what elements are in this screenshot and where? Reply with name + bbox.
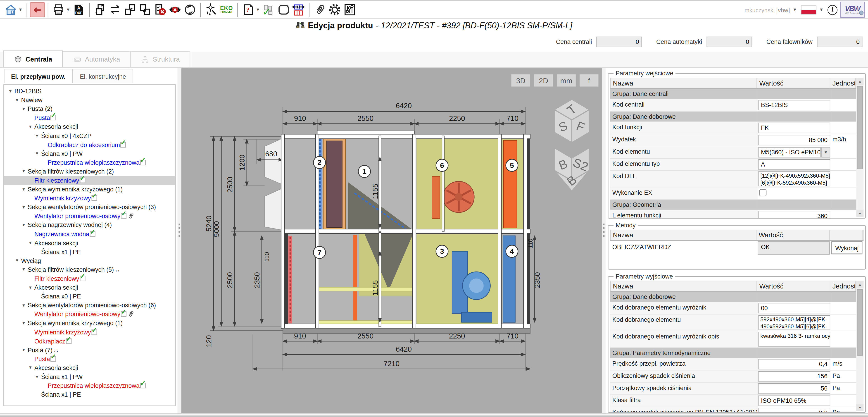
units-mm-button[interactable]: mm	[557, 75, 576, 87]
tree-item[interactable]: Ściana x1 | PE	[4, 247, 175, 256]
tree-item[interactable]: Filtr kieszeniowy✓	[4, 176, 175, 185]
tree-item[interactable]: Odkraplacz✓	[4, 336, 175, 345]
right-splitter[interactable]	[602, 68, 606, 413]
param-value-field[interactable]: 56	[758, 383, 830, 394]
param-checkbox[interactable]	[759, 189, 767, 197]
price-centrali-field[interactable]: 0	[596, 36, 642, 47]
tree-item[interactable]: Pusta✓	[4, 354, 175, 363]
tree-item[interactable]: ▼Pusta (2)	[4, 104, 175, 113]
tree-item[interactable]: ▼Ściana x0 | 4xCZP	[4, 131, 175, 140]
tree-item[interactable]: Wentylator promieniowo-osiowy✓	[4, 212, 175, 220]
user-menu[interactable]: mkuczynski [vbw]	[744, 6, 790, 13]
param-value-field[interactable]: 450	[758, 408, 830, 413]
tree-item[interactable]: Przepustnica wielopłaszczyznowa✓	[4, 381, 175, 390]
param-value-field[interactable]: [12]@[FK-490x592x360-M5][6]@[FK-592x490x…	[758, 172, 830, 186]
tree-item[interactable]: Wentylator promieniowo-osiowy✓	[4, 310, 175, 319]
tree-item[interactable]: Odkraplacz do akcesorium✓	[4, 140, 175, 149]
tree-item[interactable]: Wymiennik krzyżowy✓	[4, 194, 175, 203]
dropdown-caret-icon[interactable]: ▼	[822, 147, 830, 158]
tree-expand-caret-icon[interactable]: ▼	[28, 124, 34, 129]
tree-expand-caret-icon[interactable]: ▼	[28, 365, 34, 370]
tree-item[interactable]: ▼Ściana x0 | PW	[4, 149, 175, 158]
tree-expand-caret-icon[interactable]: ▼	[22, 222, 28, 228]
swap-sections-icon[interactable]	[107, 2, 122, 17]
tree-expand-caret-icon[interactable]: ▼	[22, 187, 28, 191]
param-value-field[interactable]: BS-12BIS	[758, 100, 830, 111]
output-table-scrollbar[interactable]: ▲ ▼	[856, 281, 864, 411]
tab-el-konstrukcyjne[interactable]: El. konstrukcyjne	[73, 69, 133, 83]
param-value-field[interactable]: 156	[758, 371, 830, 382]
tab-automatyka[interactable]: Automatyka	[63, 51, 130, 67]
param-value-field[interactable]: 85 000	[758, 135, 830, 146]
tree-item[interactable]: ▼Pusta (7)↔	[4, 346, 175, 354]
drawing-canvas[interactable]: 3D 2D mm f T S F B S2 B	[181, 68, 602, 413]
tree-item[interactable]: ▼Akcesoria sekcji	[4, 122, 175, 131]
scroll-up-icon[interactable]: ▲	[856, 78, 864, 85]
settings-icon[interactable]	[327, 2, 342, 17]
tree-expand-caret-icon[interactable]: ▼	[22, 347, 28, 352]
tree-item[interactable]: ▼Wyciąg	[4, 256, 175, 265]
delete-sections-icon[interactable]	[152, 2, 167, 17]
grid-split-icon[interactable]	[291, 2, 306, 17]
report-icon[interactable]: ?	[241, 2, 256, 17]
tree-item[interactable]: Ściana x0 | PE	[4, 292, 175, 301]
input-table-scrollbar[interactable]: ▲ ▼	[856, 78, 864, 217]
tab-el-przeplywu[interactable]: El. przepływu pow.	[4, 69, 73, 83]
home-dropdown-caret[interactable]: ▼	[18, 7, 23, 12]
tree-item[interactable]: ▼BD-12BIS	[4, 86, 175, 95]
user-dropdown-caret[interactable]: ▼	[793, 7, 797, 12]
frame-icon[interactable]	[276, 2, 291, 17]
param-value-field[interactable]: FK	[758, 123, 830, 133]
left-splitter[interactable]	[178, 68, 181, 413]
scroll-down-icon[interactable]: ▼	[856, 210, 864, 217]
tree-expand-caret-icon[interactable]: ▼	[22, 267, 28, 272]
tree-item[interactable]: ▼Akcesoria sekcji	[4, 238, 175, 247]
price-automatyki-field[interactable]: 0	[707, 36, 752, 47]
tree-expand-caret-icon[interactable]: ▼	[22, 169, 28, 174]
language-flag-icon[interactable]	[801, 5, 816, 14]
validate-3d-icon[interactable]: ✓	[261, 2, 276, 17]
tree-item[interactable]: ▼Sekcja wentylatorów promieniowo-osiowyc…	[4, 301, 175, 309]
tree-expand-caret-icon[interactable]: ▼	[22, 321, 28, 326]
tree-item[interactable]: Przepustnica wielopłaszczyznowa✓	[4, 158, 175, 167]
fit-button[interactable]: f	[580, 75, 598, 87]
print-dropdown-caret[interactable]: ▼	[66, 7, 70, 12]
attachments-icon[interactable]	[312, 2, 327, 17]
tree-expand-caret-icon[interactable]: ▼	[22, 106, 28, 111]
tree-expand-caret-icon[interactable]: ▼	[22, 205, 28, 210]
view-3d-button[interactable]: 3D	[511, 75, 530, 87]
tree-item[interactable]: ▼Sekcja nagrzewnicy wodnej (4)	[4, 220, 175, 229]
tree-item[interactable]: ▼Sekcja wentylatorów promieniowo-osiowyc…	[4, 203, 175, 211]
param-value-field[interactable]: ISO ePM10 65%	[758, 395, 830, 406]
tab-centrala[interactable]: Centrala	[3, 51, 63, 67]
param-value-field[interactable]: A	[758, 159, 830, 170]
execute-button[interactable]: Wykonaj	[831, 241, 862, 254]
tree-item[interactable]: ▼Ściana x1 | PW	[4, 372, 175, 381]
tree-item[interactable]: Ściana x1 | PE	[4, 390, 175, 399]
param-value-field[interactable]: 592x490x360-M5][4]@[FK-490x592x360-M5][6…	[758, 315, 830, 330]
tree-item[interactable]: ▼Nawiew	[4, 95, 175, 104]
parameters-icon[interactable]	[342, 2, 357, 17]
report-dropdown-caret[interactable]: ▼	[256, 7, 260, 12]
tab-struktura[interactable]: Struktura	[130, 51, 190, 67]
tree-expand-caret-icon[interactable]: ▼	[35, 133, 41, 138]
info-icon[interactable]: i	[828, 5, 837, 15]
tree-expand-caret-icon[interactable]: ▼	[35, 374, 41, 379]
view-2d-button[interactable]: 2D	[534, 75, 553, 87]
scroll-up-icon[interactable]: ▲	[856, 281, 864, 288]
tree-item[interactable]: ▼Sekcja wymiennika krzyżowego (1)	[4, 319, 175, 327]
tree-item[interactable]: ▼Akcesoria sekcji	[4, 283, 175, 292]
home-icon[interactable]	[3, 2, 18, 17]
tree-item[interactable]: ▼Sekcja wymiennika krzyżowego (1)	[4, 185, 175, 193]
param-value-field[interactable]: 360	[758, 211, 830, 218]
copy-section-icon[interactable]	[93, 2, 107, 17]
param-value-field[interactable]: 0,4	[758, 359, 830, 369]
tree-expand-caret-icon[interactable]: ▼	[35, 151, 41, 156]
refresh-icon[interactable]	[182, 2, 197, 17]
tree-item[interactable]: ▼Sekcja filtrów kieszeniowych (2)	[4, 167, 175, 176]
tree-expand-caret-icon[interactable]: ▼	[28, 240, 34, 245]
param-value-field[interactable]: 00	[758, 303, 830, 314]
dxf-export-icon[interactable]: ADXF	[71, 2, 86, 17]
tree-item[interactable]: Pusta✓	[4, 113, 175, 122]
print-icon[interactable]	[51, 2, 66, 17]
